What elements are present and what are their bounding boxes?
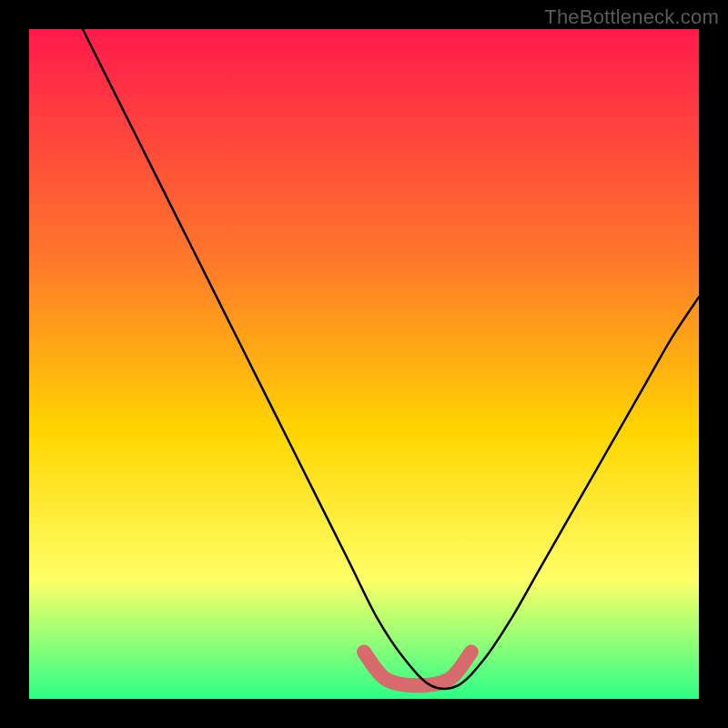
plot-area bbox=[29, 29, 699, 699]
chart-svg bbox=[0, 0, 728, 728]
chart-stage: TheBottleneck.com bbox=[0, 0, 728, 728]
watermark-text: TheBottleneck.com bbox=[544, 5, 719, 29]
